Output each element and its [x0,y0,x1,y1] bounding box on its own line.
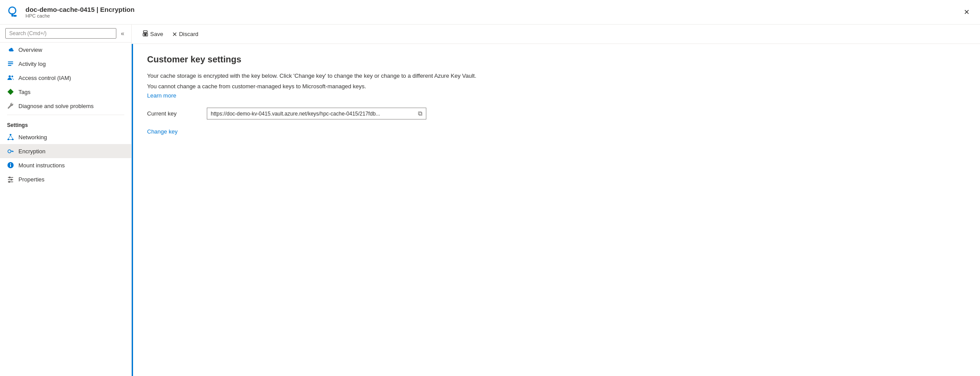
sidebar-item-overview[interactable]: Overview [0,43,131,57]
svg-rect-9 [10,134,11,135]
svg-rect-3 [8,61,13,62]
cloud-icon [7,46,14,53]
discard-button[interactable]: ✕ Discard [169,29,202,40]
collapse-button[interactable]: « [119,28,126,39]
svg-point-21 [10,163,11,164]
sidebar-item-properties[interactable]: Properties [0,172,131,186]
title-bar: doc-demo-cache-0415 | Encryption HPC cac… [0,0,980,25]
sidebar-item-access-control-label: Access control (IAM) [18,75,71,81]
title-bar-text: doc-demo-cache-0415 | Encryption HPC cac… [25,6,134,18]
wrench-icon [7,102,14,109]
svg-rect-4 [8,63,13,64]
app-layout: « Overview Activity log Access control (… [0,25,980,376]
svg-rect-2 [13,15,17,17]
discard-label: Discard [179,31,198,37]
sidebar-item-activity-log[interactable]: Activity log [0,57,131,71]
save-label: Save [150,31,163,37]
key-value-text: https://doc-demo-kv-0415.vault.azure.net… [211,111,414,117]
info-icon [7,162,14,169]
resource-icon [7,5,21,19]
page-title: Customer key settings [147,54,966,65]
sidebar-item-networking[interactable]: Networking [0,130,131,144]
sidebar-search-area: « [0,25,131,43]
save-icon [142,30,148,38]
svg-rect-28 [144,31,148,33]
close-button[interactable]: ✕ [960,6,973,18]
diamond-icon [7,88,14,95]
sidebar-item-diagnose-label: Diagnose and solve problems [18,103,94,109]
sidebar-item-overview-label: Overview [18,47,42,53]
svg-rect-30 [144,34,146,36]
resource-type: HPC cache [25,13,134,18]
main-content: Save ✕ Discard Customer key settings You… [132,25,980,376]
svg-point-23 [9,177,11,178]
sidebar-item-networking-label: Networking [18,134,47,141]
svg-rect-1 [11,13,13,17]
toolbar: Save ✕ Discard [132,25,980,44]
svg-rect-20 [10,165,11,167]
sidebar-item-tags[interactable]: Tags [0,85,131,99]
people-icon [7,74,14,81]
svg-point-27 [8,181,10,183]
title-bar-left: doc-demo-cache-0415 | Encryption HPC cac… [7,5,134,19]
discard-icon: ✕ [172,31,177,38]
sidebar-item-properties-label: Properties [18,176,44,183]
sidebar-item-activity-log-label: Activity log [18,61,46,67]
sidebar-item-encryption-label: Encryption [18,148,45,155]
learn-more-link[interactable]: Learn more [147,92,176,99]
content-area: Customer key settings Your cache storage… [132,44,980,376]
key-value-box: https://doc-demo-kv-0415.vault.azure.net… [207,108,426,119]
settings-divider [7,115,124,115]
svg-line-12 [8,135,11,139]
resource-title: doc-demo-cache-0415 | Encryption [25,6,134,13]
sidebar-item-encryption[interactable]: Encryption [0,144,131,158]
description-line-2: You cannot change a cache from customer-… [147,82,966,91]
key-icon [7,148,14,155]
svg-point-0 [9,7,16,14]
network-icon [7,134,14,141]
sidebar-item-mount-label: Mount instructions [18,162,65,169]
sidebar: « Overview Activity log Access control (… [0,25,132,376]
svg-rect-5 [8,65,11,66]
svg-point-25 [11,179,12,181]
svg-point-15 [8,150,11,153]
svg-point-6 [9,76,11,78]
current-key-label: Current key [147,110,200,117]
search-input[interactable] [5,28,116,39]
svg-marker-8 [7,89,14,95]
list-icon [7,60,14,67]
svg-point-7 [11,76,13,77]
change-key-section: Change key [147,127,966,135]
sliders-icon [7,176,14,183]
sidebar-item-mount-instructions[interactable]: Mount instructions [0,158,131,172]
change-key-link[interactable]: Change key [147,128,177,135]
sidebar-item-access-control[interactable]: Access control (IAM) [0,71,131,85]
copy-icon[interactable]: ⧉ [418,110,422,117]
current-key-section: Current key https://doc-demo-kv-0415.vau… [147,108,966,119]
description-line-1: Your cache storage is encrypted with the… [147,72,966,80]
save-button[interactable]: Save [139,29,167,40]
sidebar-item-diagnose[interactable]: Diagnose and solve problems [0,99,131,113]
svg-line-13 [11,135,13,139]
sidebar-item-tags-label: Tags [18,89,30,95]
settings-section-label: Settings [0,117,131,130]
